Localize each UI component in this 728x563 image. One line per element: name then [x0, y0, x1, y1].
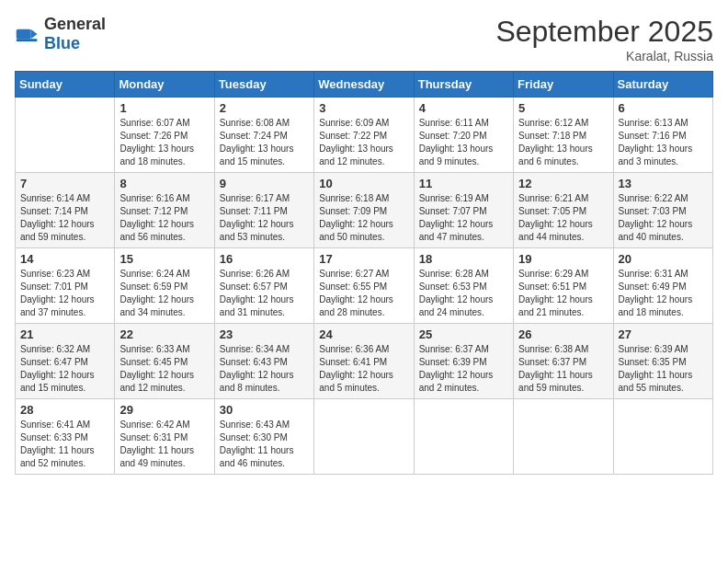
day-info: Sunrise: 6:38 AMSunset: 6:37 PMDaylight:… [518, 343, 608, 395]
calendar-table: SundayMondayTuesdayWednesdayThursdayFrid… [15, 71, 713, 475]
logo-general: General [44, 15, 106, 33]
day-number: 22 [119, 327, 209, 341]
day-number: 6 [619, 101, 708, 115]
day-number: 29 [119, 403, 209, 417]
day-number: 1 [119, 101, 209, 115]
day-number: 27 [619, 327, 708, 341]
day-number: 30 [220, 403, 309, 417]
calendar-cell: 23Sunrise: 6:34 AMSunset: 6:43 PMDayligh… [214, 324, 313, 399]
day-number: 17 [319, 252, 408, 266]
day-info: Sunrise: 6:23 AMSunset: 7:01 PMDaylight:… [20, 268, 109, 319]
day-number: 23 [220, 327, 309, 341]
day-info: Sunrise: 6:37 AMSunset: 6:39 PMDaylight:… [419, 343, 508, 395]
calendar-cell: 28Sunrise: 6:41 AMSunset: 6:33 PMDayligh… [16, 399, 115, 475]
day-info: Sunrise: 6:09 AMSunset: 7:22 PMDaylight:… [319, 117, 408, 168]
day-number: 21 [20, 327, 109, 341]
calendar-cell: 30Sunrise: 6:43 AMSunset: 6:30 PMDayligh… [214, 399, 313, 475]
calendar-week-row: 1Sunrise: 6:07 AMSunset: 7:26 PMDaylight… [16, 98, 713, 173]
calendar-cell: 7Sunrise: 6:14 AMSunset: 7:14 PMDaylight… [16, 173, 115, 248]
day-number: 16 [220, 252, 309, 266]
day-info: Sunrise: 6:27 AMSunset: 6:55 PMDaylight:… [319, 268, 408, 319]
day-number: 8 [119, 177, 209, 190]
day-number: 14 [20, 252, 109, 266]
day-header-wednesday: Wednesday [314, 72, 414, 98]
calendar-cell: 9Sunrise: 6:17 AMSunset: 7:11 PMDaylight… [214, 173, 313, 248]
day-info: Sunrise: 6:41 AMSunset: 6:33 PMDaylight:… [20, 419, 109, 470]
day-header-thursday: Thursday [414, 72, 513, 98]
calendar-cell: 8Sunrise: 6:16 AMSunset: 7:12 PMDaylight… [115, 173, 214, 248]
calendar-cell: 29Sunrise: 6:42 AMSunset: 6:31 PMDayligh… [115, 399, 214, 475]
day-number: 3 [319, 101, 408, 115]
calendar-cell: 26Sunrise: 6:38 AMSunset: 6:37 PMDayligh… [514, 324, 613, 399]
calendar-cell: 21Sunrise: 6:32 AMSunset: 6:47 PMDayligh… [16, 324, 115, 399]
day-info: Sunrise: 6:14 AMSunset: 7:14 PMDaylight:… [20, 192, 109, 244]
day-number: 5 [518, 101, 608, 115]
calendar-cell: 25Sunrise: 6:37 AMSunset: 6:39 PMDayligh… [414, 324, 513, 399]
day-info: Sunrise: 6:17 AMSunset: 7:11 PMDaylight:… [220, 192, 309, 244]
calendar-week-row: 21Sunrise: 6:32 AMSunset: 6:47 PMDayligh… [16, 324, 713, 399]
calendar-header-row: SundayMondayTuesdayWednesdayThursdayFrid… [16, 72, 713, 98]
calendar-cell: 15Sunrise: 6:24 AMSunset: 6:59 PMDayligh… [115, 248, 214, 324]
calendar-cell: 5Sunrise: 6:12 AMSunset: 7:18 PMDaylight… [514, 98, 613, 173]
day-info: Sunrise: 6:36 AMSunset: 6:41 PMDaylight:… [319, 343, 408, 395]
day-info: Sunrise: 6:22 AMSunset: 7:03 PMDaylight:… [619, 192, 708, 244]
calendar-cell: 16Sunrise: 6:26 AMSunset: 6:57 PMDayligh… [214, 248, 313, 324]
page-header: General Blue September 2025 Karalat, Rus… [15, 15, 713, 63]
day-info: Sunrise: 6:19 AMSunset: 7:07 PMDaylight:… [419, 192, 508, 244]
calendar-cell [414, 399, 513, 475]
day-info: Sunrise: 6:32 AMSunset: 6:47 PMDaylight:… [20, 343, 109, 395]
day-number: 19 [518, 252, 608, 266]
day-info: Sunrise: 6:24 AMSunset: 6:59 PMDaylight:… [119, 268, 209, 319]
calendar-cell: 14Sunrise: 6:23 AMSunset: 7:01 PMDayligh… [16, 248, 115, 324]
day-header-friday: Friday [514, 72, 613, 98]
day-info: Sunrise: 6:31 AMSunset: 6:49 PMDaylight:… [619, 268, 708, 319]
calendar-cell: 2Sunrise: 6:08 AMSunset: 7:24 PMDaylight… [214, 98, 313, 173]
calendar-cell: 17Sunrise: 6:27 AMSunset: 6:55 PMDayligh… [314, 248, 414, 324]
day-number: 25 [419, 327, 508, 341]
day-number: 10 [319, 177, 408, 190]
day-info: Sunrise: 6:11 AMSunset: 7:20 PMDaylight:… [419, 117, 508, 168]
calendar-cell: 4Sunrise: 6:11 AMSunset: 7:20 PMDaylight… [414, 98, 513, 173]
day-info: Sunrise: 6:21 AMSunset: 7:05 PMDaylight:… [518, 192, 608, 244]
logo-icon [15, 21, 40, 47]
day-number: 9 [220, 177, 309, 190]
day-number: 20 [619, 252, 708, 266]
calendar-week-row: 14Sunrise: 6:23 AMSunset: 7:01 PMDayligh… [16, 248, 713, 324]
calendar-cell [514, 399, 613, 475]
day-info: Sunrise: 6:12 AMSunset: 7:18 PMDaylight:… [518, 117, 608, 168]
day-header-sunday: Sunday [16, 72, 115, 98]
day-info: Sunrise: 6:29 AMSunset: 6:51 PMDaylight:… [518, 268, 608, 319]
svg-rect-3 [17, 39, 38, 41]
day-info: Sunrise: 6:28 AMSunset: 6:53 PMDaylight:… [419, 268, 508, 319]
day-number: 7 [20, 177, 109, 190]
calendar-cell: 1Sunrise: 6:07 AMSunset: 7:26 PMDaylight… [115, 98, 214, 173]
day-info: Sunrise: 6:26 AMSunset: 6:57 PMDaylight:… [220, 268, 309, 319]
calendar-week-row: 28Sunrise: 6:41 AMSunset: 6:33 PMDayligh… [16, 399, 713, 475]
day-number: 4 [419, 101, 508, 115]
calendar-cell [16, 98, 115, 173]
calendar-cell: 10Sunrise: 6:18 AMSunset: 7:09 PMDayligh… [314, 173, 414, 248]
day-number: 2 [220, 101, 309, 115]
day-info: Sunrise: 6:08 AMSunset: 7:24 PMDaylight:… [220, 117, 309, 168]
calendar-cell: 6Sunrise: 6:13 AMSunset: 7:16 PMDaylight… [613, 98, 712, 173]
calendar-cell: 20Sunrise: 6:31 AMSunset: 6:49 PMDayligh… [613, 248, 712, 324]
day-info: Sunrise: 6:34 AMSunset: 6:43 PMDaylight:… [220, 343, 309, 395]
logo: General Blue [15, 15, 106, 53]
calendar-cell: 12Sunrise: 6:21 AMSunset: 7:05 PMDayligh… [514, 173, 613, 248]
calendar-cell [314, 399, 414, 475]
day-number: 15 [119, 252, 209, 266]
day-info: Sunrise: 6:42 AMSunset: 6:31 PMDaylight:… [119, 419, 209, 470]
calendar-cell: 22Sunrise: 6:33 AMSunset: 6:45 PMDayligh… [115, 324, 214, 399]
day-number: 28 [20, 403, 109, 417]
day-header-tuesday: Tuesday [214, 72, 313, 98]
day-info: Sunrise: 6:18 AMSunset: 7:09 PMDaylight:… [319, 192, 408, 244]
day-number: 18 [419, 252, 508, 266]
calendar-cell [613, 399, 712, 475]
location: Karalat, Russia [495, 49, 713, 63]
calendar-cell: 24Sunrise: 6:36 AMSunset: 6:41 PMDayligh… [314, 324, 414, 399]
day-info: Sunrise: 6:39 AMSunset: 6:35 PMDaylight:… [619, 343, 708, 395]
calendar-cell: 3Sunrise: 6:09 AMSunset: 7:22 PMDaylight… [314, 98, 414, 173]
day-number: 13 [619, 177, 708, 190]
day-number: 11 [419, 177, 508, 190]
day-info: Sunrise: 6:13 AMSunset: 7:16 PMDaylight:… [619, 117, 708, 168]
